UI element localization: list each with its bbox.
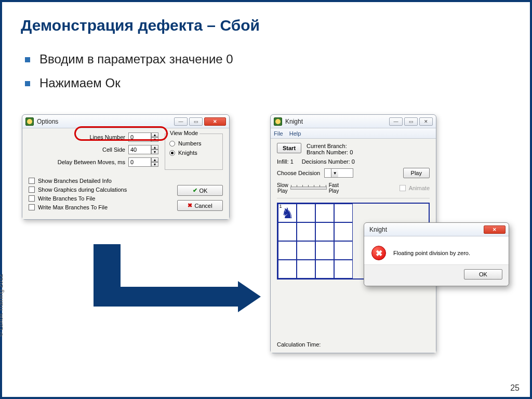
lines-number-spinner[interactable]: ▲▼ <box>128 132 158 142</box>
chk-graphics[interactable]: Show Graphics during Calculations <box>29 187 156 193</box>
cell-side-input[interactable] <box>128 145 151 154</box>
bullet-list: Вводим в параметрах значение 0 Нажимаем … <box>25 52 233 100</box>
error-message: Floating point division by zero. <box>393 250 470 256</box>
minimize-button[interactable]: — <box>174 117 188 126</box>
lines-number-label: Lines Number <box>90 134 125 140</box>
delay-input[interactable] <box>128 157 151 167</box>
app-icon <box>274 117 282 126</box>
maximize-button[interactable]: ▭ <box>189 117 203 126</box>
chk-label: Show Graphics during Calculations <box>38 187 127 193</box>
radio-numbers-label: Numbers <box>178 140 202 147</box>
close-button[interactable]: ✕ <box>204 117 226 126</box>
ok-label: OK <box>200 188 208 194</box>
ok-label: OK <box>479 271 487 277</box>
board-cell <box>315 241 334 260</box>
delay-spinner[interactable]: ▲▼ <box>128 157 158 167</box>
titlebar[interactable]: Knight — ▭ ✕ <box>271 115 436 128</box>
chk-write-max[interactable]: Write Max Branches To File <box>29 204 156 210</box>
animate-checkbox: Animate <box>400 185 430 191</box>
menubar: File Help <box>271 128 436 139</box>
copyright-text: © Luxoft Training 2012 <box>0 274 4 337</box>
board-cell <box>297 204 315 222</box>
spin-down-icon[interactable]: ▼ <box>151 150 158 154</box>
page-number: 25 <box>510 383 520 393</box>
board-cell <box>297 260 315 278</box>
animate-label: Animate <box>409 185 430 191</box>
close-button[interactable]: ✕ <box>419 117 433 126</box>
minimize-button[interactable]: — <box>389 117 403 126</box>
error-title: Knight <box>367 226 484 233</box>
x-icon: ✖ <box>188 202 192 209</box>
speed-slider[interactable]: Slow Play Fast Play <box>277 182 339 194</box>
board-cell <box>278 260 297 278</box>
cancel-button[interactable]: ✖Cancel <box>177 200 223 211</box>
board-cell <box>315 222 334 241</box>
chk-label: Write Max Branches To File <box>38 204 108 210</box>
spin-up-icon[interactable]: ▲ <box>151 145 158 150</box>
branch-number-label: Branch Number: 0 <box>307 149 353 155</box>
board-cell: 1♞ <box>278 204 297 222</box>
spin-up-icon[interactable]: ▲ <box>151 132 158 137</box>
spin-down-icon[interactable]: ▼ <box>151 137 158 142</box>
cell-index: 1 <box>279 204 282 209</box>
radio-knights[interactable]: Knights <box>169 150 218 156</box>
delay-label: Delay Between Moves, ms <box>58 159 125 165</box>
radio-knights-label: Knights <box>178 150 197 156</box>
board-cell <box>315 260 334 278</box>
chk-write-branches[interactable]: Write Branches To File <box>29 195 156 202</box>
titlebar[interactable]: Options — ▭ ✕ <box>22 115 229 128</box>
titlebar[interactable]: Knight ✕ <box>364 223 509 236</box>
bullet-text: Нажимаем Ок <box>39 76 121 90</box>
maximize-button[interactable]: ▭ <box>404 117 418 126</box>
start-button[interactable]: Start <box>277 143 301 153</box>
board-cell <box>278 241 297 260</box>
play-button[interactable]: Play <box>403 168 430 178</box>
board-cell <box>334 222 353 241</box>
play-label: Play <box>411 170 422 176</box>
chk-label: Show Branches Detailed Info <box>38 178 112 184</box>
cell-side-spinner[interactable]: ▲▼ <box>128 145 158 154</box>
menu-file[interactable]: File <box>274 130 283 137</box>
current-branch-label: Current Branch: <box>307 143 353 149</box>
board-cell <box>334 204 353 222</box>
bullet-text: Вводим в параметрах значение 0 <box>39 52 233 66</box>
window-title: Options <box>37 118 174 125</box>
board-cell <box>297 241 315 260</box>
chk-detailed-info[interactable]: Show Branches Detailed Info <box>29 178 156 184</box>
chevron-down-icon: ▼ <box>331 169 338 177</box>
chk-label: Write Branches To File <box>38 195 95 202</box>
bullet-icon <box>25 57 30 62</box>
start-label: Start <box>283 145 296 151</box>
slide-title: Демонстрация дефекта – Сбой <box>21 17 260 34</box>
board-cell <box>297 222 315 241</box>
check-icon: ✔ <box>193 187 197 194</box>
view-mode-label: View Mode <box>168 130 200 136</box>
menu-help[interactable]: Help <box>289 130 301 137</box>
spin-down-icon[interactable]: ▼ <box>151 162 158 167</box>
cell-side-label: Cell Side <box>102 147 125 153</box>
spin-up-icon[interactable]: ▲ <box>151 157 158 162</box>
error-ok-button[interactable]: OK <box>464 269 502 280</box>
calc-time-label: Calculation Time: <box>277 341 321 348</box>
board-cell <box>334 241 353 260</box>
close-button[interactable]: ✕ <box>484 225 506 234</box>
lines-number-input[interactable] <box>128 132 151 142</box>
error-dialog: Knight ✕ ✖ Floating point division by ze… <box>364 222 509 286</box>
slow-play-label: Slow Play <box>277 182 288 194</box>
board-cell <box>315 204 334 222</box>
window-title: Knight <box>285 118 389 125</box>
choose-decision-combo[interactable]: ▼ <box>324 168 353 178</box>
fast-play-label: Fast Play <box>329 182 339 194</box>
decisions-label: Decisions Number: 0 <box>302 158 355 165</box>
board-cell <box>334 260 353 278</box>
board-cell <box>278 222 297 241</box>
ok-button[interactable]: ✔OK <box>177 185 223 196</box>
error-icon: ✖ <box>371 246 386 260</box>
radio-numbers[interactable]: Numbers <box>169 140 218 147</box>
bullet-icon <box>25 81 30 86</box>
infill-label: Infill: 1 <box>277 158 294 165</box>
app-icon <box>25 117 34 126</box>
knight-icon: ♞ <box>281 205 294 222</box>
choose-decision-label: Choose Decision <box>277 170 320 176</box>
cancel-label: Cancel <box>194 203 212 209</box>
